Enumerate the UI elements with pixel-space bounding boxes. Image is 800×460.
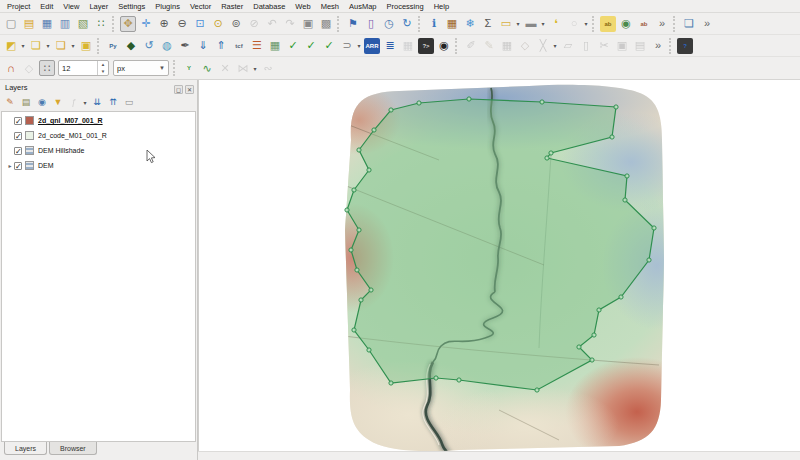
field-calculator-icon[interactable]: ▭ bbox=[498, 16, 514, 32]
polygon-vertex-marker[interactable] bbox=[352, 328, 356, 332]
polygon-vertex-marker[interactable] bbox=[577, 345, 581, 349]
new-shapefile-layer-icon[interactable]: ◆ bbox=[123, 38, 139, 54]
zoom-out-icon[interactable]: ⊖ bbox=[174, 16, 190, 32]
menu-edit[interactable]: Edit bbox=[35, 1, 58, 12]
remove-layer-icon[interactable]: ▭ bbox=[122, 96, 136, 110]
polygon-vertex-marker[interactable] bbox=[619, 295, 623, 299]
styled-layers-icon[interactable]: ☰ bbox=[249, 38, 265, 54]
snapping-magnet-icon[interactable]: ∩ bbox=[3, 60, 19, 76]
combo-arrow-icon[interactable]: ▼ bbox=[159, 65, 165, 71]
raster-image-icon[interactable]: ▦ bbox=[267, 38, 283, 54]
console-dark-icon[interactable]: ?> bbox=[418, 38, 434, 54]
layer-visibility-checkbox[interactable]: ✓ bbox=[14, 162, 22, 170]
polygon-vertex-marker[interactable] bbox=[434, 376, 438, 380]
show-bookmarks-icon[interactable]: ▯ bbox=[363, 16, 379, 32]
tracing-dropdown-icon[interactable]: ▾ bbox=[252, 65, 258, 72]
menu-settings[interactable]: Settings bbox=[113, 1, 150, 12]
polygon-vertex-marker[interactable] bbox=[614, 105, 618, 109]
map-themes-icon[interactable]: ◉ bbox=[35, 96, 49, 110]
polygon-vertex-marker[interactable] bbox=[359, 298, 363, 302]
map-tips-icon[interactable]: ❛ bbox=[548, 16, 564, 32]
collapse-all-icon[interactable]: ⇈ bbox=[106, 96, 120, 110]
expand-arrow-icon[interactable]: ▸ bbox=[6, 162, 14, 169]
menu-project[interactable]: Project bbox=[2, 1, 35, 12]
layer-item-dem-hillshade[interactable]: ✓DEM Hillshade bbox=[2, 144, 195, 157]
zoom-full-icon[interactable]: ⊡ bbox=[192, 16, 208, 32]
select-by-location-icon[interactable]: ▣ bbox=[78, 38, 94, 54]
layer-styling-icon[interactable]: ✎ bbox=[3, 96, 17, 110]
metadata-info-icon[interactable]: ◉ bbox=[436, 38, 452, 54]
select-by-value-dropdown-icon[interactable]: ▾ bbox=[45, 42, 51, 49]
tcf-plugin-icon[interactable]: tcf bbox=[231, 38, 247, 54]
label-highlight-icon[interactable]: ab bbox=[636, 16, 652, 32]
label-abc-icon[interactable]: ab bbox=[600, 16, 616, 32]
attachment-icon[interactable]: ⊃ bbox=[339, 38, 355, 54]
layer-visibility-checkbox[interactable]: ✓ bbox=[14, 147, 22, 155]
add-group-icon[interactable]: ▤ bbox=[19, 96, 33, 110]
check-topology-icon[interactable]: ✓ bbox=[321, 38, 337, 54]
menu-raster[interactable]: Raster bbox=[216, 1, 248, 12]
plugin-globe-icon[interactable]: ◍ bbox=[159, 38, 175, 54]
python-console-icon[interactable]: Py bbox=[105, 38, 121, 54]
polygon-vertex-marker[interactable] bbox=[357, 148, 361, 152]
polygon-vertex-marker[interactable] bbox=[623, 198, 627, 202]
plugin-refresh-icon[interactable]: ↺ bbox=[141, 38, 157, 54]
locator-search-dropdown-icon[interactable]: ▾ bbox=[583, 20, 589, 27]
topological-editing-icon[interactable]: Y bbox=[181, 60, 197, 76]
menu-help[interactable]: Help bbox=[429, 1, 454, 12]
select-features-icon[interactable]: ◩ bbox=[3, 38, 19, 54]
layer-label[interactable]: 2d_qnl_M07_001_R bbox=[38, 117, 103, 124]
save-project-as-icon[interactable]: ▥ bbox=[57, 16, 73, 32]
menu-layer[interactable]: Layer bbox=[84, 1, 113, 12]
map-canvas[interactable] bbox=[198, 80, 800, 451]
layer-item-2d-code-m01-001-r[interactable]: ✓2d_code_M01_001_R bbox=[2, 129, 195, 142]
polygon-vertex-marker[interactable] bbox=[535, 388, 539, 392]
polygon-vertex-marker[interactable] bbox=[549, 151, 553, 155]
polygon-vertex-marker[interactable] bbox=[372, 128, 376, 132]
polygon-vertex-marker[interactable] bbox=[457, 378, 461, 382]
layer-item-dem[interactable]: ▸✓DEM bbox=[2, 159, 195, 172]
new-bookmark-icon[interactable]: ⚑ bbox=[345, 16, 361, 32]
zoom-to-selection-icon[interactable]: ⊙ bbox=[210, 16, 226, 32]
polygon-vertex-marker[interactable] bbox=[540, 100, 544, 104]
polygon-vertex-marker[interactable] bbox=[355, 268, 359, 272]
new-3d-map-view-icon[interactable]: ▩ bbox=[318, 16, 334, 32]
zoom-to-layer-icon[interactable]: ⊚ bbox=[228, 16, 244, 32]
polygon-vertex-marker[interactable] bbox=[357, 228, 361, 232]
polygon-vertex-marker[interactable] bbox=[352, 188, 356, 192]
deselect-features-dropdown-icon[interactable]: ▾ bbox=[70, 42, 76, 49]
attachment-dropdown-icon[interactable]: ▾ bbox=[356, 42, 362, 49]
arr-plugin-icon[interactable]: ARR bbox=[364, 38, 380, 54]
arr-settings-icon[interactable]: ≣ bbox=[382, 38, 398, 54]
polygon-vertex-marker[interactable] bbox=[597, 308, 601, 312]
layer-stack-icon[interactable]: ❏ bbox=[681, 16, 697, 32]
polygon-vertex-marker[interactable] bbox=[367, 348, 371, 352]
polygon-vertex-marker[interactable] bbox=[625, 174, 629, 178]
snap-tolerance-value[interactable]: 12 bbox=[59, 64, 97, 73]
polygon-vertex-marker[interactable] bbox=[389, 381, 393, 385]
identify-features-icon[interactable]: ℹ bbox=[426, 16, 442, 32]
statistical-summary-icon[interactable]: Σ bbox=[480, 16, 496, 32]
measure-line-icon[interactable]: ▬ bbox=[523, 16, 539, 32]
layer-visibility-checkbox[interactable]: ✓ bbox=[14, 132, 22, 140]
polygon-vertex-marker[interactable] bbox=[345, 208, 349, 212]
select-by-value-icon[interactable]: ❏ bbox=[28, 38, 44, 54]
spin-down-icon[interactable]: ▼ bbox=[98, 68, 108, 75]
edit-overflow-icon[interactable]: » bbox=[650, 38, 666, 54]
polygon-vertex-marker[interactable] bbox=[369, 288, 373, 292]
dock-tab-layers[interactable]: Layers bbox=[4, 441, 47, 455]
expand-all-icon[interactable]: ⇊ bbox=[90, 96, 104, 110]
new-map-view-icon[interactable]: ▣ bbox=[300, 16, 316, 32]
field-calculator-dropdown-icon[interactable]: ▾ bbox=[515, 20, 521, 27]
vertex-snap-icon[interactable]: ∷ bbox=[39, 60, 55, 76]
menu-view[interactable]: View bbox=[58, 1, 84, 12]
filter-legend-icon[interactable]: ▼ bbox=[51, 96, 65, 110]
new-project-icon[interactable]: ▢ bbox=[3, 16, 19, 32]
panel-undock-icon[interactable]: ◻ bbox=[174, 85, 183, 94]
layer-label[interactable]: 2d_code_M01_001_R bbox=[38, 132, 107, 139]
toolbar-overflow-icon[interactable]: » bbox=[699, 16, 715, 32]
polygon-vertex-marker[interactable] bbox=[545, 156, 549, 160]
download-layer-icon[interactable]: ⇓ bbox=[195, 38, 211, 54]
snap-units-combobox[interactable]: px▼ bbox=[113, 60, 169, 76]
menu-processing[interactable]: Processing bbox=[382, 1, 429, 12]
